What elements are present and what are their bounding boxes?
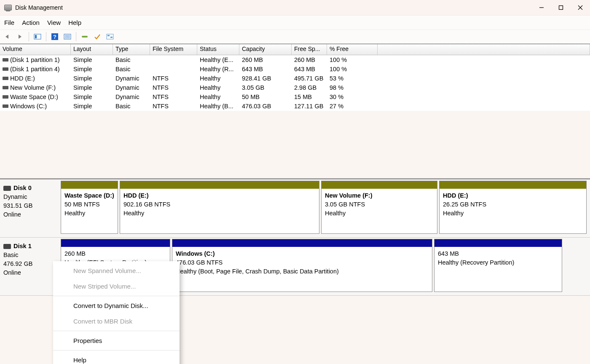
partition-size: 902.16 GB NTFS (123, 200, 316, 209)
volume-capacity: 50 MB (239, 94, 292, 100)
volume-capacity: 3.05 GB (239, 84, 292, 91)
settings-icon[interactable] (105, 32, 115, 42)
partition[interactable]: New Volume (F:)3.05 GB NTFSHealthy (321, 181, 437, 234)
menu-help[interactable]: Help (68, 19, 81, 26)
svg-rect-15 (110, 37, 113, 38)
disk-size: 476.92 GB (3, 260, 56, 268)
forward-button[interactable] (15, 32, 25, 42)
volume-fs: NTFS (150, 84, 197, 91)
col-filesystem[interactable]: File System (150, 44, 197, 55)
ctx-new-spanned: New Spanned Volume... (53, 263, 180, 278)
partition[interactable]: HDD (E:)26.25 GB NTFSHealthy (439, 181, 587, 234)
disk-row: Disk 0Dynamic931.51 GBOnlineWaste Space … (0, 179, 590, 238)
partition[interactable]: Waste Space (D:)50 MB NTFSHealthy (61, 181, 118, 234)
partition-size: 26.25 GB NTFS (443, 200, 583, 209)
partition[interactable]: 643 MBHealthy (Recovery Partition) (434, 239, 562, 292)
disk-header[interactable]: Disk 0Dynamic931.51 GBOnline (0, 179, 59, 237)
partition-status: Healthy (123, 209, 316, 218)
ctx-help[interactable]: Help (53, 352, 180, 364)
partition-size: 476.03 GB NTFS (176, 258, 429, 267)
back-button[interactable] (3, 32, 13, 42)
volume-type: Basic (113, 66, 150, 72)
partition-color-bar (440, 181, 586, 189)
partition-status: Healthy (64, 209, 114, 218)
col-volume[interactable]: Volume (0, 44, 71, 55)
partition[interactable]: Windows (C:)476.03 GB NTFSHealthy (Boot,… (172, 239, 432, 292)
disk-size: 931.51 GB (3, 201, 56, 210)
volume-pctfree: 27 % (327, 103, 378, 110)
volume-pctfree: 30 % (327, 94, 378, 100)
toolbar: ? (0, 29, 590, 44)
volume-free: 260 MB (292, 56, 327, 63)
volume-status: Healthy (197, 84, 239, 91)
partition-color-bar (120, 181, 319, 189)
volume-icon (3, 104, 8, 108)
close-button[interactable] (571, 0, 590, 15)
app-icon (4, 5, 12, 11)
partition-color-bar (434, 239, 562, 247)
col-capacity[interactable]: Capacity (239, 44, 292, 55)
col-layout[interactable]: Layout (71, 44, 113, 55)
volume-fs: NTFS (150, 94, 197, 100)
title-bar: Disk Management (0, 0, 590, 15)
volume-icon (3, 67, 8, 71)
volume-type: Basic (113, 103, 150, 110)
volume-row[interactable]: (Disk 1 partition 4)SimpleBasicHealthy (… (0, 64, 590, 74)
menu-bar: File Action View Help (0, 15, 590, 29)
minimize-button[interactable] (532, 0, 551, 15)
volume-name: New Volume (F:) (10, 84, 56, 91)
volume-free: 495.71 GB (292, 75, 327, 82)
menu-view[interactable]: View (47, 19, 61, 26)
disk-label: Disk 1 (13, 243, 32, 249)
disk-label: Disk 0 (13, 185, 32, 191)
volume-fs: NTFS (150, 103, 197, 110)
volume-row[interactable]: New Volume (F:)SimpleDynamicNTFSHealthy3… (0, 83, 590, 92)
partition-color-bar (322, 181, 437, 189)
volume-icon (3, 86, 8, 89)
svg-text:?: ? (53, 34, 56, 40)
partition-status: Healthy (Boot, Page File, Crash Dump, Ba… (176, 267, 429, 276)
partition[interactable]: HDD (E:)902.16 GB NTFSHealthy (120, 181, 319, 234)
volume-pctfree: 100 % (327, 66, 378, 72)
apply-icon[interactable] (92, 32, 102, 42)
col-status[interactable]: Status (197, 44, 239, 55)
menu-file[interactable]: File (4, 19, 14, 26)
disk-header[interactable]: Disk 1Basic476.92 GBOnline (0, 238, 59, 295)
partition-size: 260 MB (64, 249, 166, 258)
col-type[interactable]: Type (113, 44, 150, 55)
volume-type: Dynamic (113, 84, 150, 91)
disk-type: Dynamic (3, 193, 56, 201)
volume-type: Dynamic (113, 75, 150, 82)
volume-row[interactable]: (Disk 1 partition 1)SimpleBasicHealthy (… (0, 55, 590, 64)
volume-capacity: 260 MB (239, 56, 292, 63)
ctx-properties[interactable]: Properties (53, 333, 180, 348)
disk-state: Online (3, 210, 56, 219)
col-free[interactable]: Free Sp... (292, 44, 327, 55)
volume-row[interactable]: Waste Space (D:)SimpleDynamicNTFSHealthy… (0, 92, 590, 102)
action-list-icon[interactable] (62, 32, 72, 42)
partition-title: HDD (E:) (443, 191, 583, 200)
volume-layout: Simple (71, 56, 113, 63)
volume-capacity: 928.41 GB (239, 75, 292, 82)
partition-title: Windows (C:) (176, 249, 429, 258)
volume-list-header[interactable]: Volume Layout Type File System Status Ca… (0, 44, 590, 55)
partition-title: New Volume (F:) (325, 191, 434, 200)
volume-row[interactable]: Windows (C:)SimpleBasicNTFSHealthy (B...… (0, 102, 590, 111)
menu-action[interactable]: Action (22, 19, 40, 26)
refresh-icon[interactable] (80, 32, 90, 42)
volume-row[interactable]: HDD (E:)SimpleDynamicNTFSHealthy928.41 G… (0, 74, 590, 83)
volume-status: Healthy (E... (197, 56, 239, 63)
show-hide-tree-icon[interactable] (32, 32, 43, 42)
volume-status: Healthy (197, 94, 239, 100)
partition-color-bar (61, 239, 170, 247)
help-icon[interactable]: ? (50, 32, 60, 42)
volume-status: Healthy (B... (197, 103, 239, 110)
volume-layout: Simple (71, 75, 113, 82)
maximize-button[interactable] (551, 0, 571, 15)
volume-name: (Disk 1 partition 4) (10, 66, 60, 72)
volume-name: (Disk 1 partition 1) (10, 56, 60, 63)
col-pctfree[interactable]: % Free (327, 44, 378, 55)
ctx-convert-dynamic[interactable]: Convert to Dynamic Disk... (53, 298, 180, 313)
partition-color-bar (172, 239, 432, 247)
volume-list: Volume Layout Type File System Status Ca… (0, 44, 590, 111)
